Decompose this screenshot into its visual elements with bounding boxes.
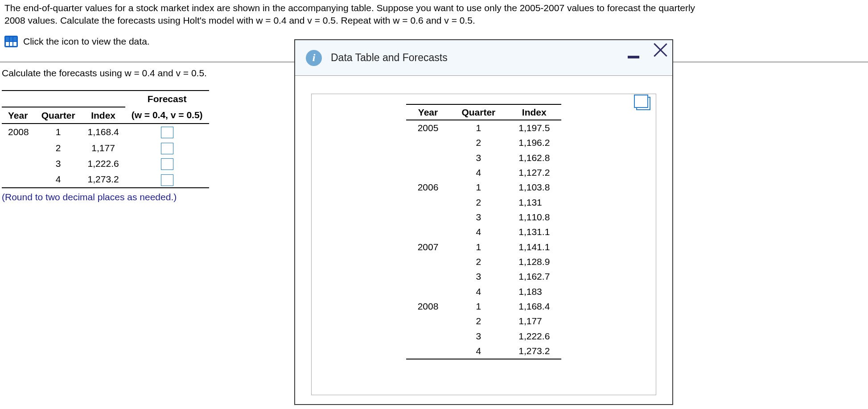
cell-quarter: 1 (450, 180, 507, 195)
minimize-button[interactable] (628, 56, 639, 58)
cell-index: 1,168.4 (507, 299, 561, 314)
copy-icon[interactable] (636, 97, 650, 110)
table-row: 41,273.2 (2, 171, 209, 187)
table-row: 200811,168.4 (2, 124, 209, 140)
table-row: 21,177 (2, 140, 209, 155)
col-empty (82, 91, 125, 107)
cell-index: 1,196.2 (507, 136, 561, 150)
cell-year (406, 225, 450, 240)
table-row: 31,162.7 (406, 269, 562, 284)
table-row: 21,196.2 (406, 136, 562, 150)
table-row: 41,127.2 (406, 165, 562, 180)
cell-year (406, 150, 450, 165)
cell-year (2, 140, 35, 155)
table-row: 31,222.6 (406, 329, 562, 343)
cell-year: 2007 (406, 240, 450, 254)
modal-titlebar: i Data Table and Forecasts (295, 40, 672, 76)
col-quarter: Quarter (35, 107, 82, 124)
cell-year (406, 284, 450, 299)
cell-year (2, 156, 35, 171)
forecast-input[interactable] (161, 143, 173, 154)
cell-forecast (125, 171, 209, 187)
cell-index: 1,177 (82, 140, 125, 155)
data-col-index: Index (507, 104, 561, 120)
cell-year (2, 171, 35, 187)
cell-year (406, 195, 450, 210)
info-icon: i (306, 50, 322, 66)
cell-year (406, 136, 450, 150)
cell-index: 1,222.6 (82, 156, 125, 171)
cell-index: 1,131 (507, 195, 561, 210)
table-row: 21,131 (406, 195, 562, 210)
modal-title: Data Table and Forecasts (331, 51, 448, 65)
cell-year (406, 254, 450, 269)
cell-quarter: 1 (35, 124, 82, 140)
cell-year: 2005 (406, 120, 450, 135)
cell-forecast (125, 124, 209, 140)
cell-year (406, 329, 450, 343)
table-row: 31,222.6 (2, 156, 209, 171)
table-row: 21,128.9 (406, 254, 562, 269)
window-controls (628, 41, 670, 59)
cell-forecast (125, 156, 209, 171)
view-data-link[interactable]: Click the icon to view the data. (23, 35, 150, 48)
forecast-input[interactable] (161, 174, 173, 186)
cell-index: 1,128.9 (507, 254, 561, 269)
col-index: Index (82, 107, 125, 124)
data-frame: Year Quarter Index 200511,197.521,196.23… (311, 94, 656, 395)
table-row: 41,273.2 (406, 344, 562, 359)
col-empty (35, 91, 82, 107)
cell-quarter: 2 (450, 136, 507, 150)
cell-quarter: 3 (450, 150, 507, 165)
prompt-line-2: 2008 values. Calculate the forecasts usi… (4, 15, 475, 25)
table-row: 200611,103.8 (406, 180, 562, 195)
cell-index: 1,110.8 (507, 210, 561, 224)
cell-year (406, 210, 450, 224)
cell-index: 1,222.6 (507, 329, 561, 343)
table-row: 200511,197.5 (406, 120, 562, 135)
cell-index: 1,177 (507, 314, 561, 329)
cell-year (406, 314, 450, 329)
cell-index: 1,162.7 (507, 269, 561, 284)
cell-index: 1,168.4 (82, 124, 125, 140)
cell-index: 1,127.2 (507, 165, 561, 180)
modal-body: Year Quarter Index 200511,197.521,196.23… (295, 76, 672, 404)
cell-year: 2006 (406, 180, 450, 195)
question-prompt: The end-of-quarter values for a stock ma… (4, 2, 864, 27)
cell-index: 1,197.5 (507, 120, 561, 135)
col-year: Year (2, 107, 35, 124)
cell-quarter: 3 (450, 210, 507, 224)
cell-index: 1,103.8 (507, 180, 561, 195)
cell-index: 1,273.2 (507, 344, 561, 359)
cell-quarter: 4 (450, 165, 507, 180)
cell-year (406, 269, 450, 284)
data-col-year: Year (406, 104, 450, 120)
table-row: 31,110.8 (406, 210, 562, 224)
data-col-quarter: Quarter (450, 104, 507, 120)
forecast-input[interactable] (161, 158, 173, 170)
cell-index: 1,141.1 (507, 240, 561, 254)
col-forecast-1: Forecast (125, 91, 209, 107)
data-table: Year Quarter Index 200511,197.521,196.23… (406, 104, 562, 359)
cell-quarter: 1 (450, 299, 507, 314)
table-icon[interactable] (4, 36, 18, 47)
col-forecast-2: (w = 0.4, v = 0.5) (125, 107, 209, 124)
cell-index: 1,183 (507, 284, 561, 299)
cell-quarter: 2 (35, 140, 82, 155)
cell-quarter: 3 (450, 269, 507, 284)
cell-quarter: 4 (450, 344, 507, 359)
cell-quarter: 2 (450, 195, 507, 210)
table-row: 41,183 (406, 284, 562, 299)
prompt-line-1: The end-of-quarter values for a stock ma… (4, 3, 695, 13)
forecast-input[interactable] (161, 127, 173, 138)
table-row: 31,162.8 (406, 150, 562, 165)
cell-quarter: 3 (35, 156, 82, 171)
cell-forecast (125, 140, 209, 155)
table-row: 200711,141.1 (406, 240, 562, 254)
cell-quarter: 4 (450, 284, 507, 299)
page: The end-of-quarter values for a stock ma… (0, 0, 868, 409)
cell-quarter: 1 (450, 120, 507, 135)
cell-index: 1,131.1 (507, 225, 561, 240)
table-row: 200811,168.4 (406, 299, 562, 314)
close-button[interactable] (652, 41, 670, 59)
